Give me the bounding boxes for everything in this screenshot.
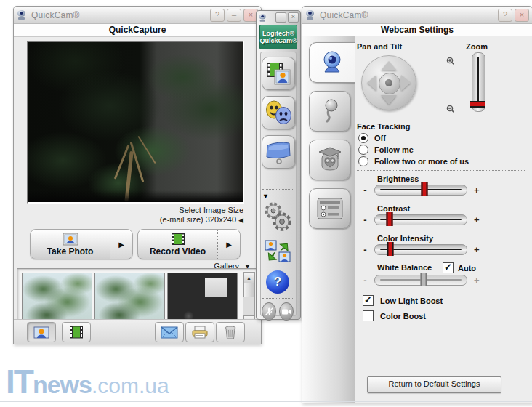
help-button[interactable]: ? xyxy=(210,9,225,22)
window-title: QuickCam® xyxy=(31,10,208,20)
gallery-thumbnail-3[interactable] xyxy=(167,273,238,326)
camera-button[interactable] xyxy=(279,302,294,321)
logitech-quickcam-logo: Logitech® QuickCam® xyxy=(259,25,297,49)
help-button[interactable]: ? xyxy=(262,270,294,294)
flyout-arrow-icon: ▶ xyxy=(118,241,124,249)
pan-tilt-control[interactable] xyxy=(361,55,416,110)
radio-follow-two[interactable]: Follow two or more of us xyxy=(358,156,469,166)
desktop: QuickCam® ? – × QuickCapture Select Imag… xyxy=(0,0,532,407)
brightness-handle[interactable] xyxy=(422,182,428,196)
gallery-thumbnail-2[interactable] xyxy=(94,273,165,326)
low-light-boost-label: Low Light Boost xyxy=(380,297,443,305)
take-photo-button[interactable]: Take Photo ▶ xyxy=(30,229,133,259)
pan-right-button[interactable] xyxy=(401,75,411,91)
minimize-button[interactable]: – xyxy=(227,9,241,22)
color-intensity-label: Color Intensity xyxy=(377,234,433,243)
return-to-default-button[interactable]: Return to Default Settings xyxy=(367,376,501,393)
record-video-label: Record Video xyxy=(150,246,206,257)
owl-graduation-icon xyxy=(316,147,344,173)
settings-titlebar[interactable]: QuickCam® ? × xyxy=(302,7,532,24)
low-light-boost-row[interactable]: ✓ Low Light Boost xyxy=(363,295,443,306)
help-button[interactable]: ? xyxy=(498,9,512,22)
zoom-in-icon[interactable] xyxy=(446,57,455,66)
window-title: QuickCam® xyxy=(320,10,496,20)
webcam-icon xyxy=(305,10,316,20)
settings-gears-button[interactable] xyxy=(262,201,294,234)
pan-tilt-center-button[interactable] xyxy=(379,73,400,94)
tab-face-tracking-education[interactable] xyxy=(309,140,350,180)
image-size-info[interactable]: Select Image Size (e-mail size) 320x240 … xyxy=(14,204,261,225)
print-button[interactable] xyxy=(185,322,214,342)
brightness-slider[interactable] xyxy=(374,185,467,196)
radio-follow-me[interactable]: Follow me xyxy=(358,145,414,155)
quickcapture-tool-button[interactable] xyxy=(262,57,295,90)
zoom-out-icon[interactable] xyxy=(446,105,455,114)
webcam-icon xyxy=(319,50,345,75)
color-boost-row[interactable]: Color Boost xyxy=(363,310,426,321)
size-back-arrow-icon[interactable]: ◀ xyxy=(238,217,243,224)
mute-microphone-button[interactable] xyxy=(262,302,276,321)
quickcapture-titlebar[interactable]: QuickCam® ? – × xyxy=(14,7,261,24)
radio-button[interactable] xyxy=(358,156,368,166)
tilt-down-button[interactable] xyxy=(381,95,397,105)
scrollbar-thumb[interactable] xyxy=(243,283,254,297)
settings-form-icon xyxy=(316,197,344,220)
radio-button[interactable] xyxy=(358,133,368,143)
color-intensity-handle[interactable] xyxy=(387,242,394,256)
gallery-toolbar xyxy=(14,319,261,344)
show-photos-button[interactable] xyxy=(27,322,56,342)
theater-masks-icon xyxy=(265,100,292,125)
plant-branch xyxy=(138,136,156,164)
auto-label: Auto xyxy=(458,264,476,273)
share-button[interactable] xyxy=(262,240,294,263)
webcam-icon xyxy=(17,10,28,20)
tab-advanced-settings[interactable] xyxy=(309,188,350,229)
tilt-up-button[interactable] xyxy=(381,61,397,70)
auto-checkbox[interactable]: ✓ xyxy=(443,262,454,273)
gallery-thumbnail-1[interactable] xyxy=(22,273,92,326)
contrast-label: Contrast xyxy=(377,204,410,213)
color-boost-checkbox[interactable] xyxy=(363,310,374,321)
scroll-more-icon[interactable]: ▼ xyxy=(262,193,269,200)
radio-button[interactable] xyxy=(358,145,368,155)
contrast-handle[interactable] xyxy=(387,212,393,226)
pan-tilt-label: Pan and Tilt xyxy=(357,42,402,51)
zoom-slider[interactable] xyxy=(472,52,485,112)
pan-left-button[interactable] xyxy=(367,75,376,91)
radio-off[interactable]: Off xyxy=(358,133,386,143)
low-light-boost-checkbox[interactable]: ✓ xyxy=(363,295,374,306)
tab-webcam-control[interactable] xyxy=(309,42,355,83)
photo-icon xyxy=(62,233,79,246)
tab-microphone[interactable] xyxy=(309,91,350,132)
zoom-label: Zoom xyxy=(466,42,488,51)
share-photos-icon xyxy=(265,240,291,263)
video-preview xyxy=(27,41,244,204)
close-button[interactable]: × xyxy=(515,9,529,22)
scroll-up-button[interactable]: ▲ xyxy=(243,273,254,283)
video-mask-screen-button[interactable] xyxy=(262,135,295,169)
envelope-icon xyxy=(161,326,178,339)
record-video-flyout-button[interactable]: ▶ xyxy=(217,230,240,259)
contrast-slider[interactable] xyxy=(374,214,467,225)
minimize-button[interactable]: – xyxy=(275,12,286,23)
filmstrip-icon xyxy=(169,233,187,246)
record-video-button[interactable]: Record Video ▶ xyxy=(137,229,241,259)
toolbar-titlebar[interactable]: – × xyxy=(257,11,300,23)
color-intensity-slider[interactable] xyxy=(374,244,467,255)
video-effects-button[interactable] xyxy=(262,96,295,129)
microphone-muted-icon xyxy=(265,307,274,316)
email-button[interactable] xyxy=(155,322,184,342)
white-balance-handle xyxy=(420,273,427,286)
zoom-slider-handle[interactable] xyxy=(470,101,485,108)
settings-header: Webcam Settings xyxy=(302,24,532,37)
white-balance-auto[interactable]: ✓ Auto xyxy=(443,262,476,273)
photo-icon xyxy=(33,326,49,339)
take-photo-flyout-button[interactable]: ▶ xyxy=(110,230,132,259)
color-intensity-slider-row: - + xyxy=(363,244,479,255)
show-videos-button[interactable] xyxy=(62,322,91,342)
plus-label: + xyxy=(474,185,479,196)
delete-button[interactable] xyxy=(216,322,245,342)
close-button[interactable]: × xyxy=(288,12,299,23)
white-balance-slider xyxy=(374,275,467,286)
help-icon: ? xyxy=(266,270,289,294)
